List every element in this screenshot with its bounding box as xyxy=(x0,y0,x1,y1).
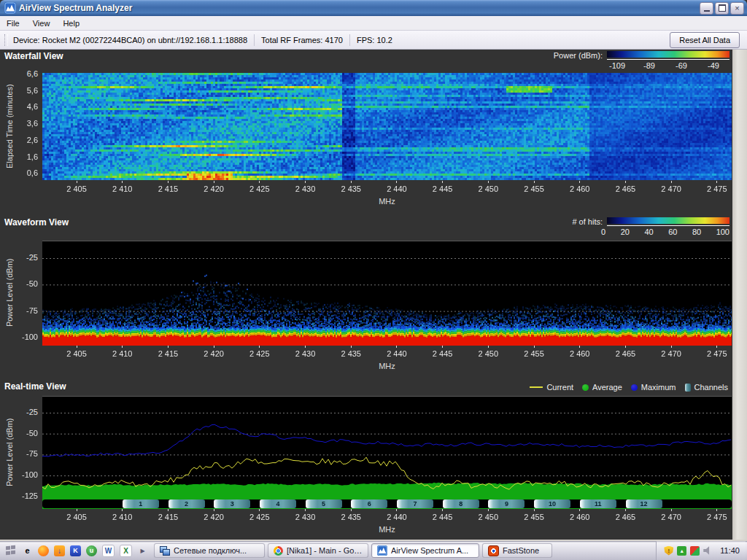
excel-icon[interactable]: X xyxy=(120,545,132,557)
wifi-channel-6: 6 xyxy=(351,499,387,508)
waterfall-ytick: 4,6 xyxy=(0,102,38,111)
wifi-channel-3: 3 xyxy=(214,499,250,508)
hits-scale-tick: 0 xyxy=(601,228,605,236)
x-tick-mark xyxy=(396,509,397,511)
quicklaunch-expand-icon[interactable]: ▶ xyxy=(137,545,148,556)
menu-help[interactable]: Help xyxy=(56,18,86,29)
wifi-channel-12: 12 xyxy=(626,499,662,508)
restore-icon xyxy=(719,4,726,12)
power-gradient-bar xyxy=(607,51,729,58)
task-label: [Nika1] - Main - Goo... xyxy=(287,546,363,555)
waveform-xtick-label: 2 405 xyxy=(58,349,95,358)
waveform-xtick-label: 2 445 xyxy=(425,349,461,358)
waterfall-xtick-label: 2 445 xyxy=(425,184,461,193)
download-manager-icon[interactable]: ↓ xyxy=(54,545,65,556)
waterfall-panel: Waterfall View Power (dBm): -109-89-69-4… xyxy=(0,50,732,216)
waveform-xtick-label: 2 450 xyxy=(470,349,506,358)
realtime-xtick-label: 2 410 xyxy=(104,513,141,521)
volume-icon[interactable] xyxy=(703,546,713,556)
waveform-xtick-label: 2 460 xyxy=(562,349,598,358)
x-tick-mark xyxy=(168,346,169,348)
waterfall-xtick-label: 2 470 xyxy=(653,184,689,193)
waveform-ytick: -75 xyxy=(0,306,38,315)
x-tick-mark xyxy=(716,181,717,183)
x-tick-mark xyxy=(442,509,443,511)
task-button-faststone[interactable]: FastStone xyxy=(482,543,552,558)
taskbar: e↓KuWX▶ Сетевые подключ...[Nika1] - Main… xyxy=(0,541,747,560)
restore-button[interactable] xyxy=(715,2,729,15)
firefox-icon[interactable] xyxy=(38,545,49,556)
realtime-xaxis-label: MHz xyxy=(365,525,409,534)
chrome-icon xyxy=(274,546,283,556)
realtime-xtick-label: 2 470 xyxy=(653,513,689,521)
menu-view[interactable]: View xyxy=(26,18,57,29)
task-button-network[interactable]: Сетевые подключ... xyxy=(154,543,265,558)
minimize-button[interactable] xyxy=(700,2,713,15)
hits-scale-label: # of hits: xyxy=(572,217,603,226)
x-tick-mark xyxy=(214,346,214,348)
legend-item-channels: Channels xyxy=(685,383,728,392)
system-tray: !▲ 11:40 xyxy=(656,541,746,560)
waterfall-ytick: 0,6 xyxy=(0,168,38,177)
task-button-airview[interactable]: AirView Spectrum A... xyxy=(371,543,479,558)
x-tick-mark xyxy=(671,509,672,511)
safely-remove-hardware-icon[interactable]: ▲ xyxy=(677,546,686,556)
waveform-xtick-label: 2 465 xyxy=(607,349,643,358)
x-tick-mark xyxy=(351,181,352,183)
faststone-icon xyxy=(488,545,499,556)
x-tick-mark xyxy=(625,509,626,511)
waveform-panel: Waveform View # of hits: 020406080100 Po… xyxy=(0,216,732,380)
security-alert-icon[interactable]: ! xyxy=(664,546,673,556)
waterfall-xtick-label: 2 465 xyxy=(607,184,643,193)
hits-scale-tick: 100 xyxy=(716,228,729,236)
internet-explorer-icon[interactable]: e xyxy=(22,545,33,556)
waterfall-xtick-label: 2 455 xyxy=(516,184,552,193)
x-tick-mark xyxy=(534,181,535,183)
realtime-xtick-label: 2 405 xyxy=(58,513,95,521)
waveform-xtick-label: 2 410 xyxy=(104,349,141,358)
utorrent-icon[interactable]: u xyxy=(86,545,97,556)
waterfall-xtick-label: 2 415 xyxy=(150,184,186,193)
x-tick-mark xyxy=(716,509,717,511)
x-tick-mark xyxy=(168,181,169,183)
close-icon: × xyxy=(735,4,739,12)
window-title: AirView Spectrum Analyzer xyxy=(19,3,700,13)
windows-flag-icon[interactable] xyxy=(6,545,17,556)
x-tick-mark xyxy=(625,181,626,183)
waterfall-ytick: 1,6 xyxy=(0,152,38,161)
wifi-channel-11: 11 xyxy=(580,499,616,508)
window-right-border xyxy=(732,50,747,540)
antivirus-status-icon[interactable] xyxy=(690,546,700,556)
x-tick-mark xyxy=(488,181,489,183)
legend-label: Maximum xyxy=(641,383,676,392)
kmplayer-icon[interactable]: K xyxy=(70,545,81,556)
x-tick-mark xyxy=(77,181,77,183)
x-tick-mark xyxy=(122,181,123,183)
window-titlebar[interactable]: AirView Spectrum Analyzer × xyxy=(0,0,747,16)
x-tick-mark xyxy=(396,346,397,348)
task-buttons: Сетевые подключ...[Nika1] - Main - Goo..… xyxy=(154,543,656,558)
x-tick-mark xyxy=(168,509,169,511)
wifi-channel-4: 4 xyxy=(260,499,296,508)
x-tick-mark xyxy=(488,509,489,511)
task-button-chrome[interactable]: [Nika1] - Main - Goo... xyxy=(268,543,368,558)
wifi-channel-9: 9 xyxy=(488,499,525,508)
x-tick-mark xyxy=(259,346,260,348)
waveform-ytick: -100 xyxy=(0,332,38,341)
maximum-swatch-icon xyxy=(631,384,638,391)
waterfall-xtick-label: 2 460 xyxy=(562,184,598,193)
hits-scale-ticks: 020406080100 xyxy=(601,228,729,236)
menu-bar: File View Help xyxy=(0,16,747,31)
menu-file[interactable]: File xyxy=(0,18,26,29)
wifi-channel-5: 5 xyxy=(306,499,342,508)
device-status: Device: Rocket M2 (00272244BCA0) on ubnt… xyxy=(13,36,247,44)
close-button[interactable]: × xyxy=(730,2,744,15)
word-icon[interactable]: W xyxy=(102,545,115,557)
x-tick-mark xyxy=(214,181,214,183)
x-tick-mark xyxy=(77,346,77,348)
reset-all-data-button[interactable]: Reset All Data xyxy=(670,32,740,48)
waterfall-ytick: 3,6 xyxy=(0,119,38,128)
waveform-xtick-label: 2 435 xyxy=(333,349,369,358)
waveform-ytick: -25 xyxy=(0,253,38,262)
hits-gradient-bar xyxy=(607,217,729,224)
